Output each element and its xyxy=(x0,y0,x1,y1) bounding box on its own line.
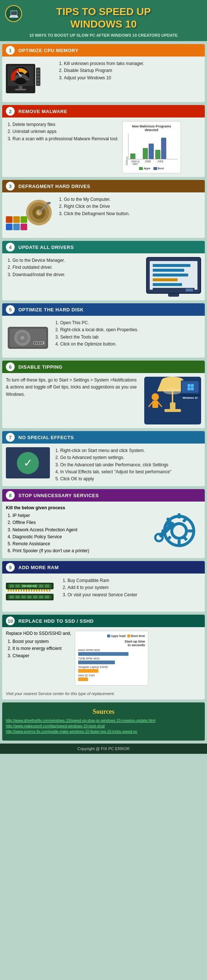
svg-rect-102 xyxy=(39,595,43,598)
svg-point-32 xyxy=(21,336,24,340)
lamp-windows-icon: Windows 10 xyxy=(144,366,201,414)
svg-rect-27 xyxy=(47,202,51,204)
ssd-label-1: 640G RPM HDD xyxy=(78,648,145,652)
monitor-icon xyxy=(146,257,201,294)
section-10: 10 REPLACE HDD TO SSD / SSHD Replace HDD… xyxy=(2,615,205,700)
legend-boot: Boot time xyxy=(127,634,145,638)
svg-rect-77 xyxy=(45,585,49,587)
bar-3-green xyxy=(155,150,161,159)
section-1-title: OPTIMIZE CPU MEMORY xyxy=(18,48,78,53)
section-9-header: 9 ADD MORE RAM xyxy=(2,561,205,574)
service-5: Remote Assistance xyxy=(13,541,150,547)
svg-rect-20 xyxy=(21,224,27,230)
legend-green: Apps xyxy=(139,167,150,170)
section-4: 4 UPDATE ALL DRIVERS Go to the Device Ma… xyxy=(2,241,205,300)
svg-text:Windows 10: Windows 10 xyxy=(183,396,197,399)
source-link-3[interactable]: http://www.pcerror-fix.com/guide-make-wi… xyxy=(6,730,201,733)
section-10-list: Boost your system It is more energy effi… xyxy=(6,638,71,659)
hdd2-icon xyxy=(6,320,50,353)
bar-blue-1 xyxy=(153,264,191,267)
chart-area xyxy=(128,134,178,159)
chart-label-3: 2009 xyxy=(155,160,166,165)
section-7-title: NO SPECIAL EFFECTS xyxy=(18,435,74,440)
bar-blue-2 xyxy=(153,269,184,272)
svg-rect-91 xyxy=(41,589,43,592)
step-5-3: Select the Tools tab xyxy=(60,334,201,341)
svg-rect-80 xyxy=(13,589,14,592)
section-8-intro: Kill the below given process xyxy=(6,505,150,511)
svg-rect-7 xyxy=(19,86,22,89)
section-5-steps: Open This PC. Right-click a local disk, … xyxy=(54,320,201,348)
ssd-bar-fill-1 xyxy=(78,652,129,656)
ram-icon: VENGEANCE xyxy=(6,577,57,606)
svg-rect-19 xyxy=(21,216,27,223)
ssd-label-3: Seagate Laptop SSHD xyxy=(78,665,145,669)
section-10-description: Replace HDD to SSD/SSHD and, xyxy=(6,631,71,636)
svg-point-6 xyxy=(19,75,22,77)
ssd-label-4: Intel 32 SSD xyxy=(78,674,145,677)
ssd-chart: Apps load Boot time Start-up timein seco… xyxy=(75,631,148,686)
svg-point-52 xyxy=(151,393,159,401)
monitor-stand xyxy=(168,294,179,297)
step-1-1: Kill unknown process from taks manager. xyxy=(64,60,201,67)
section-8-title: STOP UNNECESSARY SERVICES xyxy=(18,493,99,498)
svg-rect-78 xyxy=(8,589,9,592)
section-10-header: 10 REPLACE HDD TO SSD / SSHD xyxy=(2,615,205,627)
bar-group-3 xyxy=(155,138,166,159)
step-4-1: Go to the Device Manager. xyxy=(13,257,142,264)
ssd-bar-2: 720B RPM HDD xyxy=(78,657,145,664)
svg-rect-17 xyxy=(13,216,20,223)
section-10-top: Replace HDD to SSD/SSHD and, Boost your … xyxy=(6,631,148,686)
svg-point-43 xyxy=(163,388,182,395)
bar-blue-4 xyxy=(153,283,182,286)
svg-rect-85 xyxy=(26,589,27,592)
svg-rect-83 xyxy=(21,589,22,592)
step-3-3: Click the Defragment Now button. xyxy=(64,210,201,217)
svg-rect-84 xyxy=(23,589,25,592)
section-10-number: 10 xyxy=(6,616,15,625)
chart-label-1: 1992 to 2007 xyxy=(130,160,141,165)
gear-wrench-icon xyxy=(153,505,201,553)
svg-rect-100 xyxy=(27,595,32,598)
section-7-number: 7 xyxy=(6,433,15,442)
service-4: Diagnostic Policy Service xyxy=(13,533,150,541)
svg-text:💻: 💻 xyxy=(9,8,19,18)
section-6-text: To turn off these tips, go to Start > Se… xyxy=(6,377,140,398)
windows-box: Windows 10 xyxy=(144,377,201,425)
svg-rect-81 xyxy=(16,589,17,592)
svg-rect-18 xyxy=(13,224,20,230)
bar-orange-1 xyxy=(153,278,178,281)
svg-rect-10 xyxy=(37,69,40,71)
section-2-content: Delete temporary files Uninstall unknwn … xyxy=(6,121,181,173)
section-1-header: 1 OPTIMIZE CPU MEMORY xyxy=(2,44,205,57)
source-link-2[interactable]: http://www.makeuseof.com/tag/speed-windo… xyxy=(6,724,201,728)
step-2-3: Run a scan with a professional Malware R… xyxy=(13,135,119,142)
section-7: 7 NO SPECIAL EFFECTS ✓ Right-click on St… xyxy=(2,431,205,486)
ssd-chart-legend: Apps load Boot time xyxy=(78,634,145,638)
chart-labels: 1992 to 2007 2008 2009 xyxy=(128,160,178,165)
step-9-3: Or visit your nearest Service Center xyxy=(67,592,201,598)
ssd-benefit-2: It is more energy efficient xyxy=(13,645,71,652)
service-1: IP helper xyxy=(13,512,150,519)
lamp-area: Windows 10 xyxy=(144,388,201,414)
source-link-1[interactable]: http://www.drivethelife.com/windows-10/s… xyxy=(6,719,201,722)
header-subtitle: 10 WAYS TO BOOST UP SLOW PC AFTER WINDOW… xyxy=(4,33,203,37)
section-1: 1 OPTIMIZE CPU MEMORY xyxy=(2,44,205,102)
section-5-body: Open This PC. Right-click a local disk, … xyxy=(2,316,205,358)
svg-rect-11 xyxy=(37,73,40,75)
chart-y-label: Millions xyxy=(126,134,128,165)
step-4-3: Download/Install the driver. xyxy=(13,271,142,278)
section-6: 6 DISABLE TIPPING To turn off these tips… xyxy=(2,361,205,428)
svg-line-54 xyxy=(149,402,152,407)
svg-rect-37 xyxy=(40,342,41,344)
section-10-body: Replace HDD to SSD/SSHD and, Boost your … xyxy=(2,627,205,700)
bar-group-1 xyxy=(130,153,141,159)
step-5-1: Open This PC. xyxy=(60,320,201,326)
hdd-icon xyxy=(6,196,54,233)
sources-title: Sources xyxy=(6,708,201,716)
section-3-number: 3 xyxy=(6,182,15,191)
svg-rect-101 xyxy=(33,595,37,598)
step-9-1: Buy Compatible Ram xyxy=(67,577,201,584)
header-icon: 💻 xyxy=(5,5,23,23)
malware-chart: New Malicious Programs detected Millions xyxy=(122,121,181,173)
